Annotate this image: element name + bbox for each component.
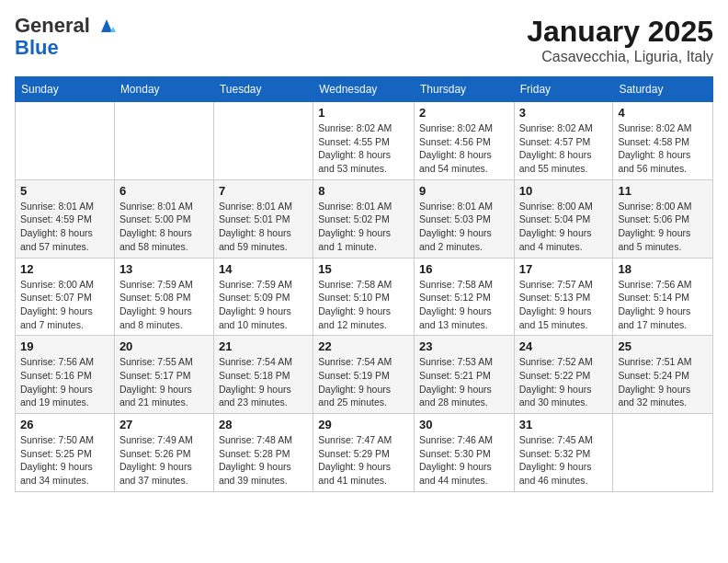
day-number: 11 [618,184,708,198]
day-info: Sunrise: 7:52 AM Sunset: 5:22 PM Dayligh… [519,355,609,409]
day-cell-20: 20Sunrise: 7:55 AM Sunset: 5:17 PM Dayli… [114,336,213,414]
day-info: Sunrise: 7:56 AM Sunset: 5:16 PM Dayligh… [20,355,109,409]
day-cell-22: 22Sunrise: 7:54 AM Sunset: 5:19 PM Dayli… [313,336,415,414]
day-number: 12 [20,262,109,276]
day-cell-19: 19Sunrise: 7:56 AM Sunset: 5:16 PM Dayli… [16,336,115,414]
location: Casavecchia, Liguria, Italy [527,49,713,65]
day-info: Sunrise: 7:56 AM Sunset: 5:14 PM Dayligh… [618,278,708,332]
day-number: 20 [119,339,209,353]
day-number: 2 [419,106,509,120]
day-cell-3: 3Sunrise: 8:02 AM Sunset: 4:57 PM Daylig… [514,102,613,180]
weekday-header-friday: Friday [514,77,613,102]
empty-cell [16,102,115,180]
day-cell-4: 4Sunrise: 8:02 AM Sunset: 4:58 PM Daylig… [613,102,713,180]
weekday-header-monday: Monday [114,77,213,102]
day-number: 5 [20,184,109,198]
weekday-header-wednesday: Wednesday [313,77,415,102]
header: General Blue January 2025 Casavecchia, L… [15,15,713,65]
week-row-3: 12Sunrise: 8:00 AM Sunset: 5:07 PM Dayli… [16,258,713,336]
day-info: Sunrise: 8:02 AM Sunset: 4:58 PM Dayligh… [618,121,708,176]
day-cell-18: 18Sunrise: 7:56 AM Sunset: 5:14 PM Dayli… [613,258,713,336]
day-cell-25: 25Sunrise: 7:51 AM Sunset: 5:24 PM Dayli… [613,336,713,414]
week-row-1: 1Sunrise: 8:02 AM Sunset: 4:55 PM Daylig… [16,102,713,180]
day-info: Sunrise: 7:58 AM Sunset: 5:12 PM Dayligh… [419,278,509,332]
day-number: 7 [219,184,308,198]
day-cell-31: 31Sunrise: 7:45 AM Sunset: 5:32 PM Dayli… [514,414,613,492]
day-number: 27 [119,418,209,431]
day-info: Sunrise: 7:53 AM Sunset: 5:21 PM Dayligh… [419,355,509,409]
day-number: 10 [519,184,609,198]
day-cell-23: 23Sunrise: 7:53 AM Sunset: 5:21 PM Dayli… [415,336,515,414]
day-info: Sunrise: 7:50 AM Sunset: 5:25 PM Dayligh… [20,433,109,488]
week-row-4: 19Sunrise: 7:56 AM Sunset: 5:16 PM Dayli… [16,336,713,414]
day-number: 6 [119,184,209,198]
day-cell-29: 29Sunrise: 7:47 AM Sunset: 5:29 PM Dayli… [313,414,415,492]
day-number: 25 [618,339,708,353]
day-cell-26: 26Sunrise: 7:50 AM Sunset: 5:25 PM Dayli… [16,414,115,492]
day-info: Sunrise: 7:47 AM Sunset: 5:29 PM Dayligh… [318,433,409,488]
day-number: 13 [119,262,209,276]
day-info: Sunrise: 8:01 AM Sunset: 5:03 PM Dayligh… [419,200,509,254]
day-info: Sunrise: 8:00 AM Sunset: 5:04 PM Dayligh… [519,200,609,254]
weekday-header-sunday: Sunday [16,77,115,102]
day-number: 3 [519,106,609,120]
day-info: Sunrise: 8:01 AM Sunset: 5:01 PM Dayligh… [219,200,308,254]
day-cell-8: 8Sunrise: 8:01 AM Sunset: 5:02 PM Daylig… [313,179,415,258]
day-number: 18 [618,262,708,276]
day-info: Sunrise: 7:45 AM Sunset: 5:32 PM Dayligh… [519,433,609,488]
month-title: January 2025 [527,15,713,49]
day-number: 8 [318,184,409,198]
day-info: Sunrise: 8:00 AM Sunset: 5:07 PM Dayligh… [20,278,109,332]
logo: General Blue [15,15,116,59]
day-cell-11: 11Sunrise: 8:00 AM Sunset: 5:06 PM Dayli… [613,179,713,258]
day-info: Sunrise: 8:01 AM Sunset: 5:02 PM Dayligh… [318,200,409,254]
day-info: Sunrise: 8:01 AM Sunset: 4:59 PM Dayligh… [20,200,109,254]
day-info: Sunrise: 7:57 AM Sunset: 5:13 PM Dayligh… [519,278,609,332]
day-info: Sunrise: 8:02 AM Sunset: 4:56 PM Dayligh… [419,121,509,176]
day-info: Sunrise: 7:49 AM Sunset: 5:26 PM Dayligh… [119,433,209,488]
day-number: 19 [20,339,109,353]
day-cell-6: 6Sunrise: 8:01 AM Sunset: 5:00 PM Daylig… [114,179,213,258]
day-info: Sunrise: 8:02 AM Sunset: 4:57 PM Dayligh… [519,121,609,176]
day-number: 26 [20,418,109,431]
day-cell-7: 7Sunrise: 8:01 AM Sunset: 5:01 PM Daylig… [213,179,313,258]
day-number: 24 [519,339,609,353]
title-area: January 2025 Casavecchia, Liguria, Italy [527,15,713,65]
day-cell-12: 12Sunrise: 8:00 AM Sunset: 5:07 PM Dayli… [16,258,115,336]
day-number: 30 [419,418,509,431]
day-cell-15: 15Sunrise: 7:58 AM Sunset: 5:10 PM Dayli… [313,258,415,336]
day-number: 21 [219,339,308,353]
day-info: Sunrise: 7:59 AM Sunset: 5:09 PM Dayligh… [219,278,308,332]
weekday-header-tuesday: Tuesday [213,77,313,102]
day-cell-5: 5Sunrise: 8:01 AM Sunset: 4:59 PM Daylig… [16,179,115,258]
day-number: 1 [318,106,409,120]
day-cell-10: 10Sunrise: 8:00 AM Sunset: 5:04 PM Dayli… [514,179,613,258]
empty-cell [114,102,213,180]
svg-marker-0 [101,19,112,32]
day-info: Sunrise: 8:02 AM Sunset: 4:55 PM Dayligh… [318,121,409,176]
day-info: Sunrise: 8:00 AM Sunset: 5:06 PM Dayligh… [618,200,708,254]
day-cell-30: 30Sunrise: 7:46 AM Sunset: 5:30 PM Dayli… [415,414,515,492]
day-cell-13: 13Sunrise: 7:59 AM Sunset: 5:08 PM Dayli… [114,258,213,336]
day-info: Sunrise: 7:54 AM Sunset: 5:19 PM Dayligh… [318,355,409,409]
day-number: 4 [618,106,708,120]
svg-marker-1 [110,27,116,32]
day-number: 15 [318,262,409,276]
day-number: 16 [419,262,509,276]
day-cell-28: 28Sunrise: 7:48 AM Sunset: 5:28 PM Dayli… [213,414,313,492]
day-number: 14 [219,262,308,276]
logo-blue-text: Blue [15,36,59,59]
day-cell-14: 14Sunrise: 7:59 AM Sunset: 5:09 PM Dayli… [213,258,313,336]
day-cell-17: 17Sunrise: 7:57 AM Sunset: 5:13 PM Dayli… [514,258,613,336]
weekday-header-row: SundayMondayTuesdayWednesdayThursdayFrid… [16,77,713,102]
week-row-5: 26Sunrise: 7:50 AM Sunset: 5:25 PM Dayli… [16,414,713,492]
day-number: 29 [318,418,409,431]
day-number: 22 [318,339,409,353]
logo-triangle-icon [97,16,116,34]
week-row-2: 5Sunrise: 8:01 AM Sunset: 4:59 PM Daylig… [16,179,713,258]
day-info: Sunrise: 7:58 AM Sunset: 5:10 PM Dayligh… [318,278,409,332]
day-cell-16: 16Sunrise: 7:58 AM Sunset: 5:12 PM Dayli… [415,258,515,336]
calendar-table: SundayMondayTuesdayWednesdayThursdayFrid… [15,76,713,492]
logo-blue: Blue [15,37,59,59]
day-cell-21: 21Sunrise: 7:54 AM Sunset: 5:18 PM Dayli… [213,336,313,414]
